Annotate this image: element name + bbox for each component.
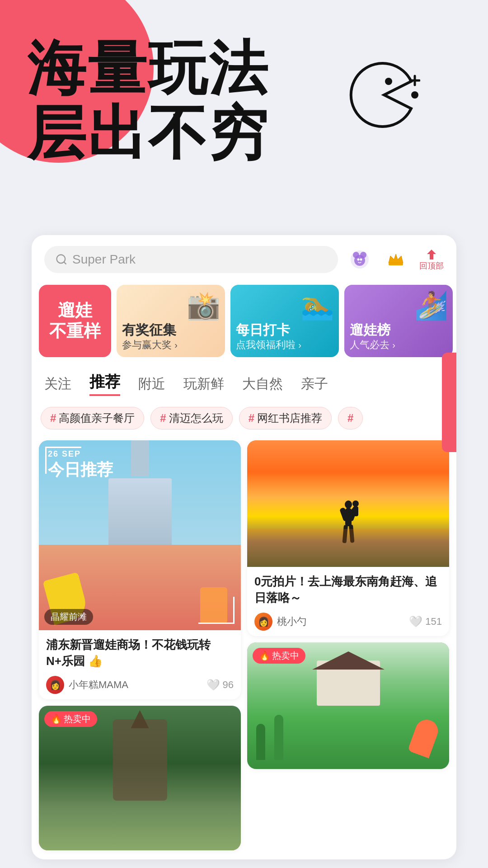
svg-rect-20 [353, 506, 358, 516]
search-bar[interactable]: Super Park [44, 246, 338, 273]
crown-icon[interactable] [383, 247, 408, 272]
author-name-1: 小年糕MAMA [69, 678, 128, 692]
post-body-1: 浦东新晋遛娃商场！不花钱玩转N+乐园 👍 👩 小年糕MAMA 🤍 96 [39, 630, 241, 699]
left-column: 26 SEP 今日推荐 晶耀前滩 浦东新晋遛娃商场！不花钱玩转N+乐园 👍 👩 … [39, 440, 241, 850]
banner-card-2[interactable]: 📸 有奖征集 参与赢大奖 › [117, 285, 225, 357]
tag-1-text: 高颜值亲子餐厅 [59, 411, 135, 425]
banner-card-3-sub: 点我领福利啦 [236, 339, 296, 350]
tab-nearby[interactable]: 附近 [138, 375, 165, 393]
post-image-3: 🔥 热卖中 [247, 642, 449, 769]
author-avatar-1: 👩 [46, 676, 64, 694]
svg-point-11 [360, 259, 362, 261]
back-top-label: 回顶部 [419, 260, 444, 271]
location-badge: 晶耀前滩 [44, 609, 93, 625]
svg-point-4 [57, 255, 66, 264]
post-image-4: 🔥 热卖中 [39, 706, 241, 850]
banner-card-1[interactable]: 遛娃 不重样 [39, 285, 111, 357]
svg-point-13 [345, 500, 352, 509]
side-tab [442, 353, 456, 452]
tag-2-text: 清迈怎么玩 [169, 411, 223, 425]
app-card: Super Park [32, 235, 456, 859]
right-column: 0元拍片！去上海最东南角赶海、追日落咯～ 👩 桃小勺 🤍 151 [247, 440, 449, 850]
heart-icon-1: 🤍 [206, 679, 220, 691]
tab-follow[interactable]: 关注 [44, 375, 71, 393]
hero-title-line2: 层出不穷 [27, 101, 269, 165]
like-number-2: 151 [425, 616, 442, 627]
svg-line-5 [64, 262, 66, 264]
post-card-1[interactable]: 26 SEP 今日推荐 晶耀前滩 浦东新晋遛娃商场！不花钱玩转N+乐园 👍 👩 … [39, 440, 241, 699]
post-title-2: 0元拍片！去上海最东南角赶海、追日落咯～ [254, 573, 442, 606]
banner-card-2-sub: 参与赢大奖 [122, 339, 172, 350]
search-bar-row: Super Park [32, 235, 456, 280]
post-title-1: 浦东新晋遛娃商场！不花钱玩转N+乐园 👍 [46, 637, 234, 670]
like-count-2: 🤍 151 [409, 615, 442, 628]
tag-more[interactable]: # [338, 407, 363, 429]
banner-card-2-content: 有奖征集 参与赢大奖 › [122, 322, 220, 352]
tag-3[interactable]: # 网红书店推荐 [239, 407, 332, 429]
tabs-row: 关注 推荐 附近 玩新鲜 大自然 亲子 [32, 364, 456, 403]
hero-section: 海量玩法 层出不穷 [0, 0, 488, 226]
frame-corner-br [198, 597, 235, 624]
svg-point-3 [411, 91, 418, 99]
svg-point-8 [353, 252, 359, 258]
banner-card-4[interactable]: 🏄 遛娃榜 人气必去 › [344, 285, 453, 357]
post-author-1: 👩 小年糕MAMA [46, 676, 128, 694]
banner-row: 遛娃 不重样 📸 有奖征集 参与赢大奖 › 🏊 每日打卡 [32, 280, 456, 364]
tab-fresh[interactable]: 玩新鲜 [183, 375, 224, 393]
tag-1[interactable]: # 高颜值亲子餐厅 [41, 407, 144, 429]
tag-3-text: 网红书店推荐 [257, 411, 322, 425]
banner-card-1-text: 遛娃 不重样 [49, 300, 101, 341]
tab-recommend[interactable]: 推荐 [89, 372, 120, 396]
heart-icon-2: 🤍 [409, 615, 422, 628]
date-label: 26 SEP 今日推荐 [48, 449, 113, 481]
svg-point-9 [360, 252, 366, 258]
hero-title: 海量玩法 层出不穷 [27, 36, 269, 165]
svg-point-0 [385, 78, 392, 85]
like-count-1: 🤍 96 [206, 679, 234, 691]
svg-rect-12 [389, 263, 403, 265]
post-card-3[interactable]: 🔥 热卖中 [247, 642, 449, 769]
post-footer-1: 👩 小年糕MAMA 🤍 96 [46, 676, 234, 694]
post-image-2 [247, 440, 449, 567]
svg-point-10 [357, 259, 360, 261]
post-card-2[interactable]: 0元拍片！去上海最东南角赶海、追日落咯～ 👩 桃小勺 🤍 151 [247, 440, 449, 636]
banner-card-4-content: 遛娃榜 人气必去 › [350, 322, 447, 352]
tab-parenting[interactable]: 亲子 [301, 375, 328, 393]
author-avatar-2: 👩 [254, 613, 272, 631]
search-icon [55, 253, 68, 266]
banner-card-4-sub: 人气必去 [350, 339, 389, 350]
hot-badge-4: 🔥 热卖中 [44, 711, 97, 727]
hero-title-line1: 海量玩法 [27, 36, 269, 101]
banner-card-3-content: 每日打卡 点我领福利啦 › [236, 322, 333, 352]
post-body-2: 0元拍片！去上海最东南角赶海、追日落咯～ 👩 桃小勺 🤍 151 [247, 567, 449, 636]
banner-card-2-label: 有奖征集 [122, 322, 220, 338]
search-placeholder: Super Park [72, 252, 136, 267]
banner-card-4-label: 遛娃榜 [350, 322, 447, 338]
hot-label-3: 热卖中 [272, 650, 299, 662]
hot-label-4: 热卖中 [64, 713, 91, 725]
post-footer-2: 👩 桃小勺 🤍 151 [254, 613, 442, 631]
like-number-1: 96 [223, 679, 234, 691]
header-icons: 回顶部 [347, 247, 444, 272]
content-grid: 26 SEP 今日推荐 晶耀前滩 浦东新晋遛娃商场！不花钱玩转N+乐园 👍 👩 … [32, 437, 456, 859]
banner-card-3-label: 每日打卡 [236, 322, 333, 338]
post-card-4[interactable]: 🔥 热卖中 [39, 706, 241, 850]
tag-2[interactable]: # 清迈怎么玩 [150, 407, 232, 429]
post-image-1: 26 SEP 今日推荐 晶耀前滩 [39, 440, 241, 630]
tags-row: # 高颜值亲子餐厅 # 清迈怎么玩 # 网红书店推荐 # [32, 403, 456, 437]
pacman-icon [348, 59, 420, 131]
animal-icon[interactable] [347, 247, 372, 272]
post-author-2: 👩 桃小勺 [254, 613, 307, 631]
back-top-button[interactable]: 回顶部 [419, 248, 444, 271]
author-name-2: 桃小勺 [277, 615, 307, 628]
tab-nature[interactable]: 大自然 [242, 375, 283, 393]
hot-badge-3: 🔥 热卖中 [253, 648, 305, 664]
banner-card-3[interactable]: 🏊 每日打卡 点我领福利啦 › [230, 285, 339, 357]
svg-point-19 [352, 500, 359, 507]
